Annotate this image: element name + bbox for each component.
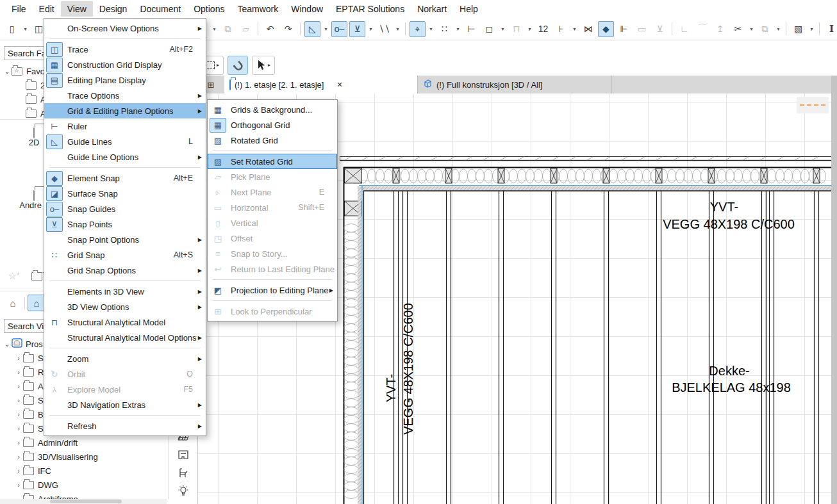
menu-item-3d-view-options[interactable]: 3D View Options▶ — [44, 299, 206, 314]
menu-item-ruler[interactable]: ⊢Ruler — [44, 118, 206, 134]
dropdown-caret[interactable]: ▾ — [367, 26, 374, 32]
arc-button[interactable]: ⌒ — [694, 21, 710, 37]
menu-item-return-to-last-editing-plane[interactable]: ↩Return to Last Editing Plane — [208, 261, 337, 277]
menu-norkart[interactable]: Norkart — [411, 1, 453, 17]
ruler-button[interactable]: ⊢ — [463, 21, 479, 37]
menu-item-editing-plane-display[interactable]: ▤Editing Plane Display — [44, 72, 206, 88]
chevron-down-icon[interactable]: ⌄ — [3, 67, 12, 76]
view-map-button[interactable]: ⌂ — [28, 295, 46, 311]
menu-help[interactable]: Help — [453, 1, 485, 17]
snap-points-button[interactable]: ⊻ — [349, 21, 365, 37]
extrude-button[interactable]: ↥ — [712, 21, 728, 37]
menu-file[interactable]: File — [5, 1, 33, 17]
menu-teamwork[interactable]: Teamwork — [231, 1, 285, 17]
menu-item-element-snap[interactable]: ◆Element SnapAlt+E — [44, 170, 206, 186]
dropdown-caret[interactable]: ▾ — [499, 26, 506, 32]
measure-button[interactable]: ⊦ — [553, 21, 569, 37]
menu-item-grid-snap-options[interactable]: Grid Snap Options▶ — [44, 263, 206, 278]
arrow-tool-button[interactable]: ▸ — [252, 56, 275, 75]
dropdown-caret[interactable]: ▾ — [211, 26, 218, 32]
menu-eptar-solutions[interactable]: EPTAR Solutions — [329, 1, 411, 17]
magnet-button[interactable] — [228, 56, 248, 75]
project-map-button[interactable]: ⌂ — [4, 295, 22, 311]
stretch-button[interactable]: ⋈ — [580, 21, 596, 37]
menu-item-guide-line-options[interactable]: Guide Line Options▶ — [44, 149, 206, 165]
auto-dimension-button[interactable]: 12 — [535, 21, 551, 37]
zone-stamp-tool[interactable] — [174, 447, 192, 462]
vertical-scrollbar[interactable] — [831, 76, 837, 504]
chevron-right-icon[interactable]: › — [14, 425, 23, 432]
chevron-right-icon[interactable]: › — [14, 411, 23, 418]
menu-item-pick-plane[interactable]: ▱Pick Plane — [208, 169, 337, 184]
menu-item-snap-to-story[interactable]: ≡Snap to Story... — [208, 246, 337, 261]
parallel-constraint-button[interactable]: ∖∖ — [376, 21, 392, 37]
menu-item-offset[interactable]: ◳Offset — [208, 231, 337, 246]
label-button[interactable]: ▭ — [634, 21, 650, 37]
minimized-palette[interactable] — [797, 97, 829, 113]
menu-item-construction-grid-display[interactable]: ▦Construction Grid Display — [44, 57, 206, 72]
menu-item-set-rotated-grid[interactable]: ▨Set Rotated Grid — [208, 154, 337, 169]
menu-item-orthogonal-grid[interactable]: ▦Orthogonal Grid — [208, 117, 337, 133]
menu-item-explore-model[interactable]: λExplore ModelF5 — [44, 382, 206, 397]
chevron-right-icon[interactable]: › — [14, 382, 23, 390]
menu-item-structural-analytical-model-options[interactable]: Structural Analytical Model Options▶ — [44, 330, 206, 345]
new-favorite-button[interactable]: ☆+ — [5, 268, 23, 284]
menu-item-on-screen-view-options[interactable]: On-Screen View Options▶ — [44, 20, 206, 36]
menu-item-rotated-grid[interactable]: ▨Rotated Grid — [208, 133, 337, 148]
dropdown-caret[interactable]: ▾ — [322, 26, 329, 32]
dropdown-caret[interactable]: ▾ — [748, 26, 755, 32]
dropdown-caret[interactable]: ▾ — [22, 26, 29, 32]
dropdown-caret[interactable]: ▾ — [571, 26, 578, 32]
coordinates-button[interactable]: ⌖ — [410, 21, 426, 37]
chevron-right-icon[interactable]: › — [14, 467, 23, 475]
dropdown-caret[interactable]: ▾ — [454, 26, 461, 32]
menu-item-grids-background[interactable]: ▦Grids & Background... — [208, 102, 337, 117]
object-tool[interactable] — [174, 465, 192, 480]
menu-item-next-plane[interactable]: ▹Next PlaneE — [208, 184, 337, 200]
dropdown-caret[interactable]: ▾ — [394, 26, 401, 32]
new-file-button[interactable]: ▯ — [4, 21, 20, 37]
menu-item-surface-snap[interactable]: ◪Surface Snap — [44, 186, 206, 201]
drag-copy-button[interactable]: ▱ — [238, 21, 254, 37]
element-snap-button[interactable]: ◆ — [598, 21, 614, 37]
undo-button[interactable]: ↶ — [262, 21, 278, 37]
menu-options[interactable]: Options — [187, 1, 231, 17]
menu-item-grid-snap[interactable]: ∷Grid SnapAlt+S — [44, 247, 206, 263]
menu-view[interactable]: View — [61, 1, 93, 17]
menu-item-guide-lines[interactable]: ◺Guide LinesL — [44, 134, 206, 149]
menu-item-horizontal[interactable]: ▭HorizontalShift+E — [208, 200, 337, 215]
menu-item-snap-points[interactable]: ⊻Snap Points — [44, 216, 206, 232]
chevron-right-icon[interactable]: › — [14, 453, 23, 460]
menu-item-snap-point-options[interactable]: Snap Point Options▶ — [44, 232, 206, 247]
marquee-button[interactable]: ▧ — [790, 21, 806, 37]
dropdown-caret[interactable]: ▾ — [808, 26, 815, 32]
menu-item-orbit[interactable]: ↻OrbitO — [44, 366, 206, 382]
view-folder-admin-drift-6[interactable]: ›Admin/drift — [0, 435, 179, 450]
tab-full-konstruksjon-3d-all[interactable]: (!) Full konstruksjon [3D / All] — [418, 76, 612, 93]
menu-item-look-to-perpendicular[interactable]: ⊞Look to Perpendicular — [208, 304, 337, 319]
menu-document[interactable]: Document — [133, 1, 187, 17]
menu-item-zoom[interactable]: Zoom▶ — [44, 351, 206, 366]
menu-item-elements-in-3d-view[interactable]: Elements in 3D View▶ — [44, 284, 206, 299]
close-tab-icon[interactable]: ✕ — [336, 81, 342, 89]
menu-item-structural-analytical-model[interactable]: ⊓Structural Analytical Model — [44, 314, 206, 330]
menu-item-trace-options[interactable]: Trace Options▶ — [44, 88, 206, 103]
view-folder-3d-visualisering-7[interactable]: ›3D/Visualisering — [0, 450, 179, 464]
chevron-right-icon[interactable]: › — [14, 368, 23, 376]
chevron-right-icon[interactable]: › — [14, 396, 23, 404]
tab-1-etasje-2-1-etasje[interactable]: (!) 1. etasje [2. 1. etasje]✕ — [224, 76, 418, 93]
menu-item-refresh[interactable]: Refresh▶ — [44, 418, 206, 434]
menu-item-vertical[interactable]: ▯Vertical — [208, 215, 337, 231]
dropdown-caret[interactable]: ▾ — [526, 26, 533, 32]
menu-item-3d-navigation-extras[interactable]: 3D Navigation Extras▶ — [44, 397, 206, 412]
wall-end-button[interactable]: ⊩ — [616, 21, 632, 37]
paste-button[interactable]: ⧉ — [220, 21, 236, 37]
menu-window[interactable]: Window — [285, 1, 329, 17]
dropdown-caret[interactable]: ▾ — [775, 26, 782, 32]
guide-lines-button[interactable]: ◺ — [304, 21, 320, 37]
sidebar-horizontal-scrollbar[interactable] — [0, 499, 167, 504]
snap-guides-button[interactable]: o– — [331, 21, 347, 37]
chevron-right-icon[interactable]: › — [14, 481, 23, 489]
duplicate-button[interactable]: ⧉ — [757, 21, 773, 37]
chevron-down-icon[interactable]: ⌄ — [3, 340, 12, 348]
